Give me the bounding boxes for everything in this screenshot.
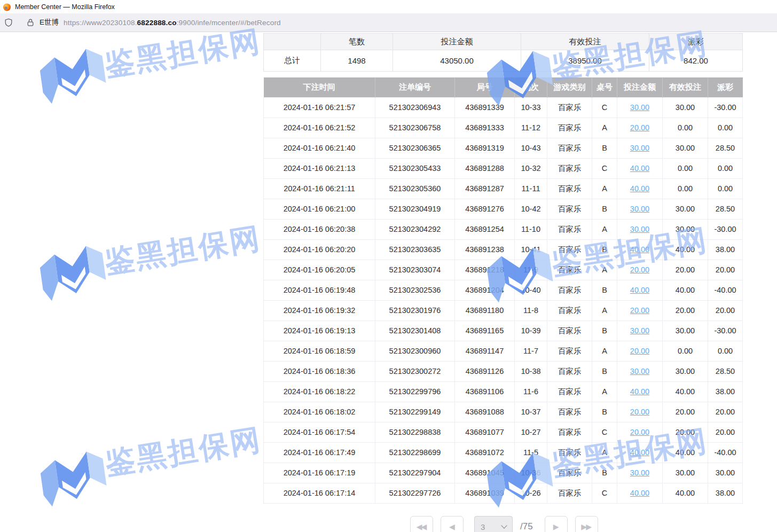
cell-order: 521302306365: [375, 138, 455, 158]
cell-round: 436891218: [455, 260, 515, 280]
cell-game: 百家乐: [547, 199, 592, 219]
bet-amount-link[interactable]: 40.00: [630, 164, 649, 173]
bet-amount-link[interactable]: 30.00: [630, 205, 649, 213]
cell-session: 11-11: [515, 178, 547, 199]
bet-col-header: 下注时间: [264, 77, 375, 97]
bet-amount-link[interactable]: 30.00: [630, 225, 649, 233]
cell-session: 11-10: [515, 219, 547, 239]
cell-valid: 20.00: [663, 402, 708, 422]
cell-valid: 40.00: [663, 442, 708, 463]
next-page-button[interactable]: ▶: [545, 516, 568, 532]
cell-bet: 40.00: [617, 442, 663, 463]
cell-time: 2024-01-16 06:20:38: [264, 219, 375, 239]
watermark-text: 鉴黑担保网: [103, 26, 263, 80]
cell-round: 436891165: [455, 320, 515, 341]
cell-bet: 20.00: [617, 260, 663, 280]
cell-round: 436891288: [455, 158, 515, 178]
bet-amount-link[interactable]: 30.00: [630, 103, 649, 112]
bet-amount-link[interactable]: 20.00: [630, 428, 649, 436]
watermark-text: 鉴黑担保网: [103, 425, 263, 479]
cell-valid: 30.00: [663, 219, 708, 239]
cell-payout: -30.00: [708, 219, 743, 239]
bet-row: 2024-01-16 06:18:02521302299149436891088…: [264, 402, 743, 422]
url-domain: 6822888.co: [137, 19, 177, 27]
cell-valid: 30.00: [663, 199, 708, 219]
bet-amount-link[interactable]: 40.00: [630, 387, 649, 396]
tracking-shield-icon[interactable]: [4, 18, 13, 27]
cell-order: 521302298838: [375, 422, 455, 442]
cell-time: 2024-01-16 06:21:57: [264, 97, 375, 118]
bet-row: 2024-01-16 06:17:14521302297726436891039…: [264, 483, 743, 503]
cell-time: 2024-01-16 06:17:49: [264, 442, 375, 463]
cell-time: 2024-01-16 06:20:05: [264, 260, 375, 280]
cell-game: 百家乐: [547, 158, 592, 178]
first-page-button[interactable]: ◀◀: [410, 516, 433, 532]
cell-time: 2024-01-16 06:17:14: [264, 483, 375, 503]
bet-row: 2024-01-16 06:17:54521302298838436891077…: [264, 422, 743, 442]
cell-session: 10-26: [515, 483, 547, 503]
cell-table: C: [592, 97, 617, 118]
bet-amount-link[interactable]: 20.00: [630, 265, 649, 274]
page-select[interactable]: 3: [474, 516, 513, 532]
bet-amount-link[interactable]: 40.00: [630, 184, 649, 193]
bet-amount-link[interactable]: 40.00: [630, 448, 649, 457]
cell-payout: 38.00: [708, 381, 743, 402]
cell-bet: 20.00: [617, 341, 663, 361]
bet-amount-link[interactable]: 30.00: [630, 367, 649, 375]
cell-payout: -40.00: [708, 280, 743, 300]
address-bar[interactable]: E世博 https://www20230108.6822888.co:9900/…: [0, 13, 777, 32]
bet-amount-link[interactable]: 40.00: [630, 245, 649, 254]
cell-game: 百家乐: [547, 260, 592, 280]
cell-table: C: [592, 422, 617, 442]
cell-bet: 40.00: [617, 280, 663, 300]
guarantee-watermark-logo: [35, 239, 110, 304]
cell-session: 10-42: [515, 199, 547, 219]
cell-time: 2024-01-16 06:19:13: [264, 320, 375, 341]
bet-col-header: 游戏类别: [547, 77, 592, 97]
cell-table: B: [592, 402, 617, 422]
bet-amount-link[interactable]: 20.00: [630, 408, 649, 416]
page-select-value: 3: [481, 522, 485, 531]
cell-bet: 20.00: [617, 402, 663, 422]
cell-table: A: [592, 260, 617, 280]
cell-table: B: [592, 361, 617, 381]
bet-amount-link[interactable]: 30.00: [630, 326, 649, 335]
cell-game: 百家乐: [547, 97, 592, 118]
prev-page-button[interactable]: ◀: [441, 516, 464, 532]
url-suffix: :9900/infe/mcenter/#/betRecord: [177, 19, 281, 27]
window-titlebar: Member Center — Mozilla Firefox: [0, 0, 777, 13]
guarantee-watermark-logo: [35, 42, 110, 107]
cell-round: 436891126: [455, 361, 515, 381]
cell-session: 10-27: [515, 422, 547, 442]
cell-bet: 30.00: [617, 361, 663, 381]
cell-session: 10-32: [515, 158, 547, 178]
cell-time: 2024-01-16 06:21:13: [264, 158, 375, 178]
bet-col-header: 局号: [455, 77, 515, 97]
cell-order: 521302304919: [375, 199, 455, 219]
bet-amount-link[interactable]: 40.00: [630, 286, 649, 294]
cell-time: 2024-01-16 06:21:00: [264, 199, 375, 219]
cell-round: 436891180: [455, 300, 515, 320]
cell-game: 百家乐: [547, 361, 592, 381]
bet-amount-link[interactable]: 20.00: [630, 347, 649, 355]
cell-bet: 20.00: [617, 118, 663, 138]
bet-amount-link[interactable]: 20.00: [630, 123, 649, 132]
summary-col-payout: 派彩: [649, 34, 743, 50]
bet-amount-link[interactable]: 40.00: [630, 489, 649, 497]
cell-time: 2024-01-16 06:20:20: [264, 239, 375, 260]
lock-icon[interactable]: [26, 18, 35, 27]
bet-row: 2024-01-16 06:21:52521302306758436891333…: [264, 118, 743, 138]
summary-col-valid-bet: 有效投注: [521, 34, 649, 50]
url-text[interactable]: https://www20230108.6822888.co:9900/infe…: [64, 19, 281, 27]
cell-order: 521302297726: [375, 483, 455, 503]
bet-amount-link[interactable]: 20.00: [630, 306, 649, 315]
cell-order: 521302300960: [375, 341, 455, 361]
last-page-button[interactable]: ▶▶: [575, 516, 598, 532]
cell-valid: 0.00: [663, 118, 708, 138]
site-identity-label[interactable]: E世博: [40, 18, 59, 27]
bet-amount-link[interactable]: 30.00: [630, 144, 649, 152]
cell-session: 10-41: [515, 239, 547, 260]
bet-amount-link[interactable]: 30.00: [630, 468, 649, 477]
cell-session: 10-38: [515, 361, 547, 381]
cell-bet: 30.00: [617, 320, 663, 341]
